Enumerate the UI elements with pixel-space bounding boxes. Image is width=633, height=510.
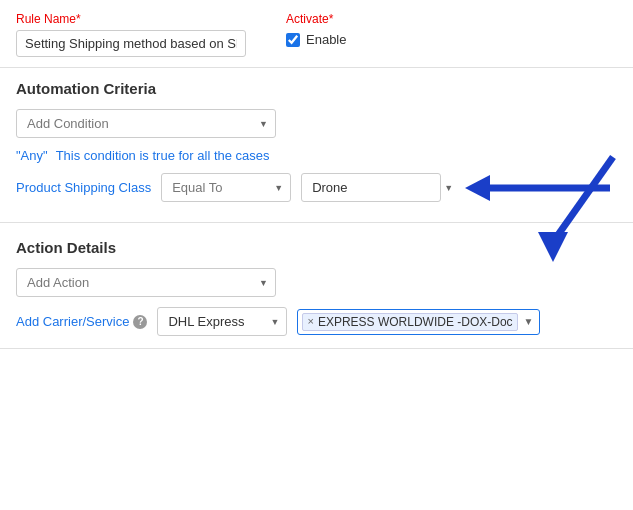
rule-name-label: Rule Name*: [16, 12, 246, 26]
automation-criteria-section: Automation Criteria Add Condition Produc…: [0, 68, 633, 223]
enable-checkbox-row: Enable: [286, 32, 346, 47]
activate-group: Activate* Enable: [286, 12, 346, 47]
enable-checkbox[interactable]: [286, 33, 300, 47]
any-description: This condition is true for all the cases: [56, 148, 270, 163]
activate-label: Activate*: [286, 12, 346, 26]
condition-row-wrapper: Product Shipping Class Equal To Not Equa…: [16, 173, 617, 202]
carrier-label: Add Carrier/Service ?: [16, 314, 147, 329]
condition-value-select[interactable]: Drone Standard Express: [301, 173, 441, 202]
service-tag: × EXPRESS WORLDWIDE -DOX-Doc: [302, 313, 517, 331]
rule-name-group: Rule Name*: [16, 12, 246, 57]
svg-marker-1: [465, 175, 490, 201]
tag-label: EXPRESS WORLDWIDE -DOX-Doc: [318, 315, 513, 329]
action-details-title: Action Details: [16, 239, 617, 256]
tag-dropdown-button[interactable]: ▼: [522, 316, 536, 327]
carrier-select-wrapper[interactable]: DHL Express UPS FedEx: [157, 307, 287, 336]
top-section: Rule Name* Activate* Enable: [0, 0, 633, 68]
equal-to-wrapper[interactable]: Equal To Not Equal To: [161, 173, 291, 202]
any-label[interactable]: "Any": [16, 148, 48, 163]
condition-label[interactable]: Product Shipping Class: [16, 180, 151, 195]
tag-remove-x[interactable]: ×: [307, 316, 313, 327]
automation-criteria-title: Automation Criteria: [16, 80, 617, 97]
rule-name-input[interactable]: [16, 30, 246, 57]
arrow-right-annotation: [455, 170, 615, 206]
add-action-wrapper[interactable]: Add Action Add Carrier/Service: [16, 268, 276, 297]
carrier-row: Add Carrier/Service ? DHL Express UPS Fe…: [16, 307, 617, 336]
equal-to-select[interactable]: Equal To Not Equal To: [161, 173, 291, 202]
add-condition-select[interactable]: Add Condition Product Shipping Class Ord…: [16, 109, 276, 138]
help-icon[interactable]: ?: [133, 315, 147, 329]
condition-value-wrapper[interactable]: Drone Standard Express: [301, 173, 461, 202]
carrier-select[interactable]: DHL Express UPS FedEx: [157, 307, 287, 336]
add-condition-row: Add Condition Product Shipping Class Ord…: [16, 109, 617, 138]
rule-name-row: Rule Name* Activate* Enable: [16, 12, 617, 57]
add-action-select[interactable]: Add Action Add Carrier/Service: [16, 268, 276, 297]
add-action-row: Add Action Add Carrier/Service: [16, 268, 617, 297]
action-details-section: Action Details Add Action Add Carrier/Se…: [0, 227, 633, 349]
service-tag-input[interactable]: × EXPRESS WORLDWIDE -DOX-Doc ▼: [297, 309, 540, 335]
add-condition-wrapper[interactable]: Add Condition Product Shipping Class Ord…: [16, 109, 276, 138]
any-row: "Any" This condition is true for all the…: [16, 148, 617, 163]
enable-label: Enable: [306, 32, 346, 47]
